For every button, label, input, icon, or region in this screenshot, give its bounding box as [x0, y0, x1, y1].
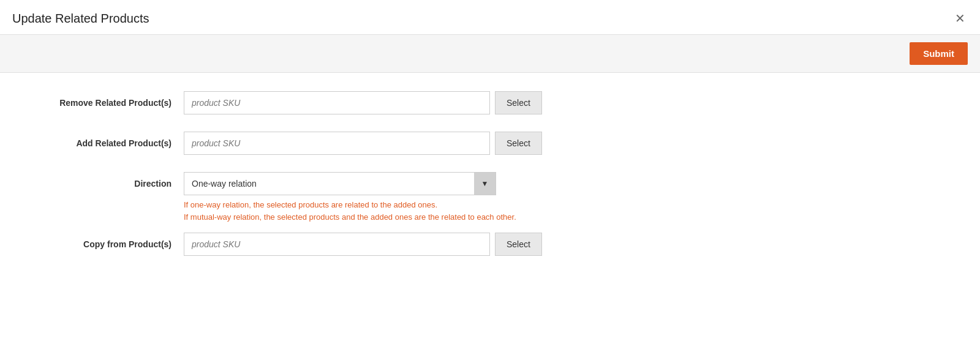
modal-header: Update Related Products ✕	[0, 0, 980, 35]
modal-container: Update Related Products ✕ Submit Remove …	[0, 0, 980, 344]
copy-select-button[interactable]: Select	[495, 233, 542, 256]
form-body: Remove Related Product(s) Select Add Rel…	[0, 73, 980, 291]
direction-outer-row: Direction One-way relation Mutual-way re…	[12, 172, 968, 223]
add-related-row: Add Related Product(s) Select	[12, 132, 968, 155]
add-label: Add Related Product(s)	[12, 138, 184, 148]
add-sku-input[interactable]	[184, 132, 490, 155]
remove-select-button[interactable]: Select	[495, 91, 542, 114]
copy-sku-input[interactable]	[184, 233, 490, 256]
add-input-group: Select	[184, 132, 542, 155]
remove-related-row: Remove Related Product(s) Select	[12, 91, 968, 114]
direction-row-top: Direction One-way relation Mutual-way re…	[12, 172, 496, 195]
direction-hint: If one-way relation, the selected produc…	[184, 199, 516, 223]
direction-hint-line1: If one-way relation, the selected produc…	[184, 199, 516, 211]
direction-select-wrapper: One-way relation Mutual-way relation ▼	[184, 172, 496, 195]
remove-sku-input[interactable]	[184, 91, 490, 114]
remove-input-group: Select	[184, 91, 542, 114]
remove-label: Remove Related Product(s)	[12, 98, 184, 108]
copy-related-row: Copy from Product(s) Select	[12, 233, 968, 256]
close-icon[interactable]: ✕	[952, 10, 968, 27]
toolbar-bar: Submit	[0, 35, 980, 73]
copy-input-group: Select	[184, 233, 542, 256]
add-select-button[interactable]: Select	[495, 132, 542, 155]
copy-label: Copy from Product(s)	[12, 239, 184, 249]
submit-button[interactable]: Submit	[910, 42, 968, 65]
direction-select[interactable]: One-way relation Mutual-way relation	[184, 172, 496, 195]
direction-hint-line2: If mutual-way relation, the selected pro…	[184, 211, 516, 223]
direction-label: Direction	[12, 179, 184, 189]
modal-title: Update Related Products	[12, 12, 149, 26]
